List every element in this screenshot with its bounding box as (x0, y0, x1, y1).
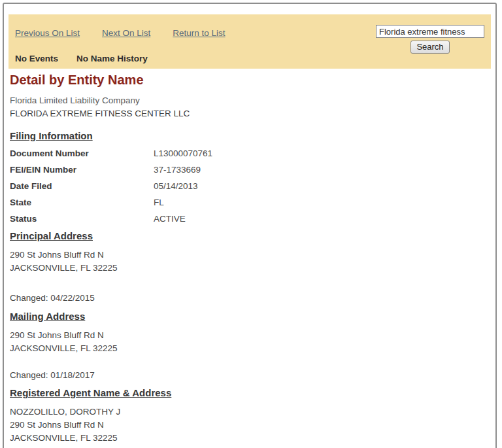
entity-flags: No Events No Name History (15, 54, 148, 63)
mailing-address-heading: Mailing Address (10, 311, 490, 322)
row-value: 37-1733669 (154, 165, 201, 181)
address-line: 290 St Johns Bluff Rd N (10, 249, 490, 262)
address-line: JACKSONVILLE, FL 32225 (10, 262, 490, 275)
search-button[interactable]: Search (410, 41, 449, 54)
header-band: Previous On List Next On List Return to … (8, 14, 491, 69)
status-value: ACTIVE (154, 214, 186, 230)
registered-agent-heading: Registered Agent Name & Address (10, 387, 490, 398)
principal-address-changed-date: Changed: 04/22/2015 (10, 292, 490, 305)
filing-information-table: Document Number L13000070761 FEI/EIN Num… (10, 148, 490, 230)
row-label: FEI/EIN Number (10, 165, 154, 181)
entity-type: Florida Limited Liability Company (10, 94, 490, 107)
row-value: 05/14/2013 (154, 181, 198, 198)
registered-agent-address: NOZZOLILLO, DOROTHY J 290 St Johns Bluff… (10, 405, 490, 445)
address-line: JACKSONVILLE, FL 32225 (10, 432, 490, 445)
return-to-list-link[interactable]: Return to List (173, 28, 225, 38)
page-title: Detail by Entity Name (10, 73, 490, 88)
no-events-label: No Events (15, 54, 58, 63)
search-area: Search (376, 25, 484, 54)
row-label: State (10, 198, 154, 214)
address-line: 290 St Johns Bluff Rd N (10, 419, 490, 432)
next-on-list-link[interactable]: Next On List (102, 28, 150, 38)
address-line: JACKSONVILLE, FL 32225 (10, 342, 490, 355)
row-label: Document Number (10, 148, 154, 165)
table-row-document-number: Document Number L13000070761 (10, 148, 490, 165)
row-value: FL (154, 198, 164, 214)
mailing-address: 290 St Johns Bluff Rd N JACKSONVILLE, FL… (10, 329, 490, 355)
principal-address: 290 St Johns Bluff Rd N JACKSONVILLE, FL… (10, 249, 490, 275)
search-input[interactable] (376, 25, 484, 38)
page-frame: Previous On List Next On List Return to … (3, 3, 497, 448)
agent-name: NOZZOLILLO, DOROTHY J (10, 405, 490, 419)
row-label: Status (10, 214, 154, 230)
entity-detail: Detail by Entity Name Florida Limited Li… (4, 73, 495, 445)
principal-address-heading: Principal Address (10, 230, 490, 241)
entity-name: FLORIDA EXTREME FITNESS CENTER LLC (10, 107, 490, 120)
no-name-history-label: No Name History (76, 54, 148, 63)
row-value: L13000070761 (154, 148, 212, 165)
address-line: 290 St Johns Bluff Rd N (10, 329, 490, 342)
record-navigation: Previous On List Next On List Return to … (15, 28, 226, 38)
table-row-state: State FL (10, 198, 490, 214)
previous-on-list-link[interactable]: Previous On List (15, 28, 80, 38)
filing-information-heading: Filing Information (10, 130, 490, 141)
row-label: Date Filed (10, 181, 154, 198)
mailing-address-changed-date: Changed: 01/18/2017 (10, 369, 490, 382)
table-row-status: Status ACTIVE (10, 214, 490, 230)
table-row-fei-ein-number: FEI/EIN Number 37-1733669 (10, 165, 490, 181)
table-row-date-filed: Date Filed 05/14/2013 (10, 181, 490, 198)
